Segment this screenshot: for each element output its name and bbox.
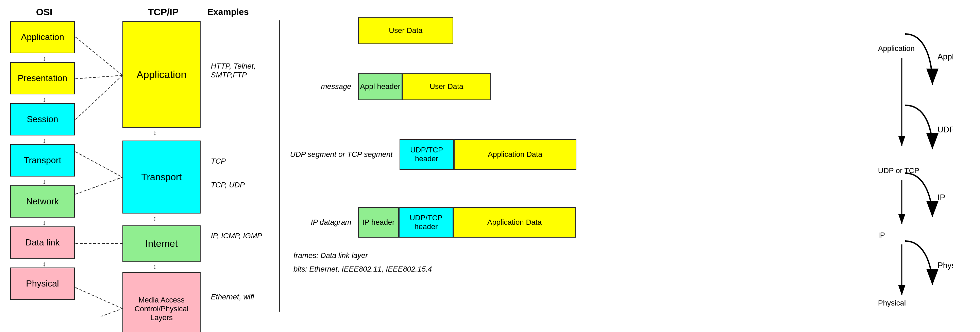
osi-datalink-label: Data link — [25, 237, 59, 248]
osi-datalink: Data link — [10, 226, 75, 259]
example-tcpudp: TCP, UDP — [211, 180, 245, 190]
message-label: message — [290, 82, 351, 91]
right-label-physical: Physical — [878, 299, 906, 307]
block-user-data-2: User Data — [402, 73, 491, 100]
application-data-label-1: Application Data — [488, 150, 542, 159]
osi-session-label: Session — [27, 114, 59, 125]
udptcp-header-label-1: UDP/TCP header — [400, 145, 453, 163]
osi-transport-label: Transport — [24, 155, 61, 166]
tcpip-arrow-2: ↕ — [153, 215, 156, 222]
row-message: message Appl header User Data — [290, 73, 491, 100]
block-appl-header: Appl header — [358, 73, 402, 100]
application-data-label-2: Application Data — [487, 218, 542, 227]
tcpip-internet: Internet — [123, 225, 200, 262]
osi-application-label: Application — [21, 32, 64, 43]
right-panel: User Data message Appl header User Data … — [290, 7, 970, 325]
block-ip-header: IP header — [358, 207, 399, 238]
row-ip-datagram: IP datagram IP header UDP/TCP header App… — [290, 207, 576, 238]
row-udp-segment: UDP segment or TCP segment UDP/TCP heade… — [290, 139, 576, 170]
left-panel: OSI TCP/IP Examples Application ↕ Presen… — [10, 7, 269, 325]
arrow-app-pres: ↕ — [10, 55, 78, 62]
svg-line-6 — [75, 288, 123, 308]
arrow-net-data: ↕ — [10, 219, 78, 226]
osi-network: Network — [10, 185, 75, 218]
osi-presentation: Presentation — [10, 62, 75, 94]
svg-text:Physical: Physical — [937, 261, 953, 270]
block-application-data-1: Application Data — [454, 139, 576, 170]
svg-line-7 — [75, 308, 123, 316]
right-label-ip: IP — [878, 231, 885, 239]
curved-arrows-svg: Application UDP or TCP IP Physical — [864, 7, 953, 312]
tcpip-header: TCP/IP — [123, 7, 204, 17]
tcpip-mac-physical-label: Media Access Control/Physical Layers — [127, 296, 197, 322]
svg-text:Application: Application — [937, 52, 953, 61]
bottom-line-2: bits: Ethernet, IEEE802.11, IEEE802.15.4 — [293, 265, 432, 274]
user-data-label-2: User Data — [430, 82, 463, 91]
svg-line-0 — [75, 37, 123, 75]
example-tcp: TCP — [211, 157, 226, 166]
user-data-label-1: User Data — [389, 26, 422, 35]
examples-header: Examples — [207, 7, 248, 17]
tcpip-mac-physical: Media Access Control/Physical Layers — [123, 272, 200, 332]
arrow-sess-trans: ↕ — [10, 137, 78, 144]
layers-area: Application ↕ Presentation ↕ Session ↕ T… — [10, 21, 269, 316]
bottom-line-1: frames: Data link layer — [293, 251, 368, 260]
svg-text:IP: IP — [937, 193, 945, 202]
vertical-divider — [279, 21, 280, 311]
osi-session: Session — [10, 103, 75, 136]
udp-segment-label: UDP segment or TCP segment — [290, 150, 393, 159]
example-ip: IP, ICMP, IGMP — [211, 231, 262, 240]
right-label-udptcp: UDP or TCP — [878, 166, 919, 175]
block-udptcp-header-2: UDP/TCP header — [399, 207, 453, 238]
arrow-trans-net: ↕ — [10, 178, 78, 185]
svg-line-3 — [75, 152, 123, 177]
tcpip-arrow-1: ↕ — [153, 129, 156, 137]
tcpip-internet-label: Internet — [146, 238, 178, 249]
ip-datagram-label: IP datagram — [290, 218, 351, 227]
example-http: HTTP, Telnet, SMTP,FTP — [211, 62, 269, 79]
block-user-data-1: User Data — [358, 17, 453, 44]
tcpip-transport-label: Transport — [142, 172, 182, 183]
osi-network-label: Network — [26, 196, 59, 207]
osi-transport: Transport — [10, 144, 75, 177]
osi-header: OSI — [10, 7, 78, 17]
udptcp-header-label-2: UDP/TCP header — [399, 213, 453, 231]
block-application-data-2: Application Data — [453, 207, 576, 238]
ip-header-label: IP header — [362, 218, 395, 227]
svg-line-4 — [75, 177, 123, 194]
arrow-pres-sess: ↕ — [10, 96, 78, 103]
appl-header-label: Appl header — [360, 82, 401, 91]
svg-text:UDP or TCP: UDP or TCP — [937, 125, 953, 134]
example-ethernet: Ethernet, wifi — [211, 292, 254, 302]
tcpip-transport: Transport — [123, 141, 200, 213]
svg-line-1 — [75, 75, 123, 79]
svg-line-2 — [75, 75, 123, 120]
column-headers: OSI TCP/IP Examples — [10, 7, 269, 17]
arrow-data-phys: ↕ — [10, 260, 78, 267]
main-container: OSI TCP/IP Examples Application ↕ Presen… — [0, 0, 980, 332]
osi-column: Application ↕ Presentation ↕ Session ↕ T… — [10, 21, 78, 301]
right-arrows-svg: Application UDP or TCP IP Physical — [875, 14, 977, 319]
row-user-data: User Data — [358, 17, 453, 44]
tcpip-application-label: Application — [137, 69, 187, 81]
osi-application: Application — [10, 21, 75, 53]
tcpip-arrow-3: ↕ — [153, 263, 156, 270]
tcpip-application: Application — [123, 21, 200, 128]
osi-physical-label: Physical — [26, 278, 59, 289]
block-udptcp-header-1: UDP/TCP header — [399, 139, 454, 170]
osi-presentation-label: Presentation — [18, 73, 67, 84]
osi-physical: Physical — [10, 267, 75, 300]
right-label-application: Application — [878, 44, 915, 53]
